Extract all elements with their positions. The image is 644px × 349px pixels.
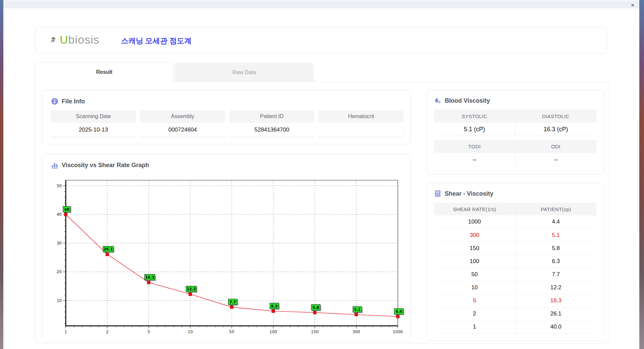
shear-table-row: 3005.1: [434, 229, 596, 242]
patient-viscosity-cell: 16.3: [515, 294, 596, 307]
svg-text:150: 150: [311, 330, 319, 334]
patient-viscosity-cell: 5.1: [515, 229, 596, 242]
shear-viscosity-card: Shear - Viscosity SHEAR RATE(1/s) PATIEN…: [426, 183, 604, 341]
file-info-card: File Info Scanning Date2025-10-13Assembl…: [42, 90, 411, 144]
droplets-icon: [434, 97, 441, 104]
file-info-field-value: 000724604: [140, 123, 225, 137]
svg-text:40: 40: [57, 212, 62, 217]
patient-viscosity-cell: 5.8: [515, 242, 596, 255]
svg-text:26.1: 26.1: [104, 247, 113, 251]
shear-table-body: 10004.43005.11505.81006.3507.71012.2516.…: [434, 215, 596, 333]
svg-text:300: 300: [353, 330, 360, 334]
file-info-field: Hematocrit: [319, 110, 404, 137]
desktop-background: × Ubiosis 스캐닝 모세관 점도계 Result Raw Data: [0, 0, 644, 349]
app-window: × Ubiosis 스캐닝 모세관 점도계 Result Raw Data: [3, 0, 639, 349]
bv-value-cell: 16.3 (cP): [515, 123, 596, 136]
blood-viscosity-title: Blood Viscosity: [445, 97, 490, 104]
svg-text:5.1: 5.1: [354, 307, 361, 312]
shear-table-row: 507.7: [434, 268, 596, 281]
shear-table-row: 1012.2: [434, 281, 596, 294]
file-info-field: Assembly000724604: [140, 110, 225, 137]
blood-viscosity-card: Blood Viscosity SYSTOLICDIASTOLIC5.1 (cP…: [426, 90, 604, 174]
info-icon: [51, 98, 58, 105]
file-info-field-label: Assembly: [140, 110, 225, 123]
svg-text:10: 10: [57, 298, 62, 303]
shear-rate-cell: 5: [434, 294, 515, 307]
svg-text:5: 5: [148, 330, 150, 334]
patient-viscosity-cell: 6.3: [515, 255, 596, 268]
viscosity-graph-card: Viscosity vs Shear Rate Graph 1020304050…: [42, 154, 411, 342]
svg-text:100: 100: [269, 330, 277, 334]
shear-col-header: SHEAR RATE(1/s): [434, 203, 515, 215]
shear-table-row: 1505.8: [434, 242, 596, 255]
file-info-field-label: Scanning Date: [51, 110, 136, 123]
patient-viscosity-cell: 4.4: [515, 215, 596, 229]
svg-text:16.3: 16.3: [145, 275, 154, 280]
blood-viscosity-table: TODIODI––: [434, 140, 596, 166]
file-info-field-value: 52841364700: [229, 123, 314, 137]
bv-value-cell: 5.1 (cP): [434, 123, 515, 136]
app-header: Ubiosis 스캐닝 모세관 점도계: [35, 27, 607, 53]
svg-text:40: 40: [64, 207, 69, 212]
svg-text:12.2: 12.2: [187, 287, 196, 291]
shear-table-row: 516.3: [434, 294, 596, 307]
svg-text:7.7: 7.7: [229, 300, 236, 304]
svg-text:4.4: 4.4: [395, 309, 402, 314]
shear-table-row: 140.0: [434, 320, 596, 333]
file-info-title: File Info: [62, 98, 85, 105]
tab-result[interactable]: Result: [35, 62, 173, 82]
ubiosis-logo-text: Ubiosis: [60, 33, 100, 46]
bv-header-cell: ODI: [515, 140, 596, 153]
shear-rate-cell: 150: [434, 242, 515, 255]
svg-text:5.8: 5.8: [313, 305, 319, 310]
shear-rate-cell: 100: [434, 255, 515, 268]
blood-viscosity-table: SYSTOLICDIASTOLIC5.1 (cP)16.3 (cP): [434, 110, 596, 136]
viscosity-chart: 1020304050125105010015030010004026.116.3…: [49, 178, 408, 339]
shear-table-row: 1006.3: [434, 255, 596, 268]
file-info-field: Scanning Date2025-10-13: [51, 110, 136, 137]
file-info-field-value: [319, 123, 404, 137]
bv-tables: SYSTOLICDIASTOLIC5.1 (cP)16.3 (cP)TODIOD…: [434, 110, 596, 166]
shear-rate-cell: 1: [434, 320, 515, 333]
file-info-fields: Scanning Date2025-10-13Assembly000724604…: [51, 110, 411, 137]
svg-text:20: 20: [57, 269, 62, 274]
patient-viscosity-cell: 26.1: [515, 307, 596, 320]
graph-title: Viscosity vs Shear Rate Graph: [62, 162, 149, 169]
patient-col-header: PATIENT(cp): [515, 203, 596, 215]
shear-rate-cell: 10: [434, 281, 515, 294]
svg-text:2: 2: [106, 330, 109, 334]
shear-rate-cell: 1000: [434, 215, 515, 229]
shear-viscosity-table: SHEAR RATE(1/s) PATIENT(cp) 10004.43005.…: [434, 203, 596, 334]
svg-text:50: 50: [229, 330, 234, 334]
bv-value-cell: –: [515, 153, 596, 166]
ubiosis-logo: Ubiosis: [50, 33, 100, 46]
shear-rate-cell: 2: [434, 307, 515, 320]
window-titlebar: ×: [3, 0, 639, 8]
shear-table-row: 226.1: [434, 307, 596, 320]
file-info-field-label: Hematocrit: [319, 110, 404, 123]
bv-value-cell: –: [434, 153, 515, 166]
bar-chart-icon: [51, 161, 58, 169]
file-info-field-value: 2025-10-13: [51, 123, 136, 137]
file-info-field: Patient ID52841364700: [229, 110, 314, 137]
shear-rate-cell: 50: [434, 268, 515, 281]
patient-viscosity-cell: 40.0: [515, 320, 596, 333]
bv-header-cell: TODI: [434, 140, 515, 153]
bv-header-cell: DIASTOLIC: [515, 110, 596, 123]
patient-viscosity-cell: 7.7: [515, 268, 596, 281]
shear-viscosity-title: Shear - Viscosity: [445, 190, 493, 197]
shear-table-row: 10004.4: [434, 215, 596, 229]
file-info-field-label: Patient ID: [229, 110, 314, 123]
patient-viscosity-cell: 12.2: [515, 281, 596, 294]
svg-text:6.3: 6.3: [271, 304, 278, 308]
bv-header-cell: SYSTOLIC: [434, 110, 515, 123]
svg-text:10: 10: [188, 330, 193, 334]
shear-rate-cell: 300: [434, 229, 515, 242]
svg-text:1000: 1000: [393, 330, 403, 334]
page-title: 스캐닝 모세관 점도계: [121, 36, 192, 46]
svg-text:50: 50: [57, 184, 62, 188]
close-icon[interactable]: ×: [629, 2, 636, 9]
tab-raw-data[interactable]: Raw Data: [175, 63, 313, 82]
svg-text:30: 30: [57, 241, 62, 246]
calculator-icon: [434, 190, 441, 197]
